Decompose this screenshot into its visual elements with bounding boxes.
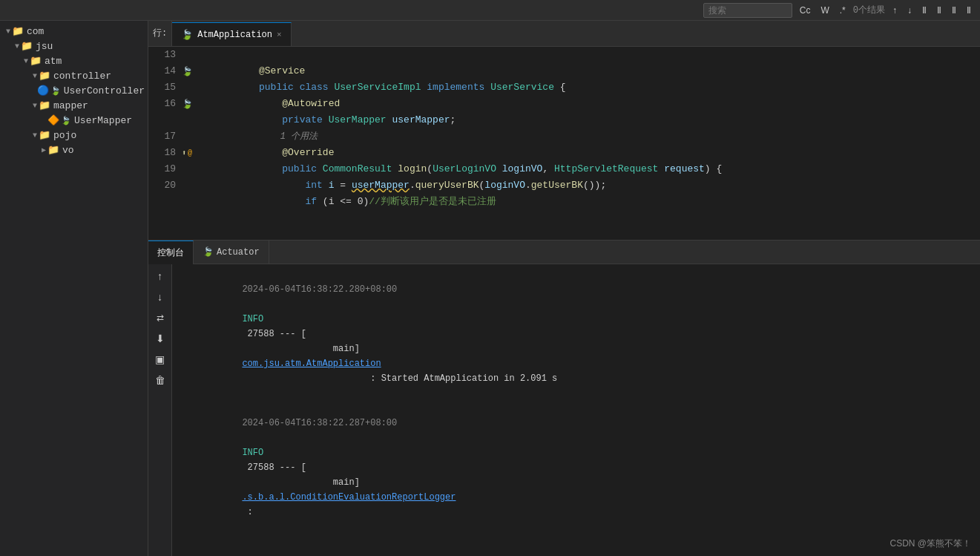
bottom-panel: 控制台 🍃 Actuator ↑ ↓ ⇄ ⬇ ▣ 🗑 xyxy=(148,240,980,556)
gutter-17 xyxy=(182,128,198,145)
top-toolbar: Cc W .* 0个结果 ↑ ↓ Ⅱ Ⅱ Ⅱ Ⅱ xyxy=(0,0,980,21)
tab-actuator[interactable]: 🍃 Actuator xyxy=(194,241,269,264)
log-line-blank xyxy=(178,534,974,549)
override-icon-18: ⬆ xyxy=(182,148,186,157)
expand-arrow-jsu: ▼ xyxy=(15,42,19,50)
line-numbers: 13 14 15 16 - 17 18 19 20 xyxy=(148,47,182,240)
folder-icon-mapper: 📁 xyxy=(39,99,50,111)
tree-label-usermapper: UserMapper xyxy=(74,115,132,126)
toggle-btn4[interactable]: Ⅱ xyxy=(964,4,974,17)
tree-item-vo[interactable]: ▶ 📁 vo xyxy=(0,143,148,157)
tree-item-pojo[interactable]: ▼ 📁 pojo xyxy=(0,128,148,143)
watermark-text: CSDN @笨熊不笨！ xyxy=(889,538,971,549)
download-btn[interactable]: ⬇ xyxy=(151,330,169,347)
log-line-error-msg: Error starting ApplicationContext. To di… xyxy=(178,549,974,556)
code-line-hint: 1 个用法 xyxy=(198,112,980,128)
code-line-19: int i = userMapper.queryUserBK(loginVO.g… xyxy=(198,161,980,177)
folder-icon-vo: 📁 xyxy=(47,144,59,156)
code-line-16: private UserMapper userMapper; xyxy=(198,96,980,112)
spring-gutter-icon-16: 🍃 xyxy=(182,99,193,110)
search-result-count: 0个结果 xyxy=(853,4,885,16)
tab-close-btn[interactable]: × xyxy=(277,30,282,39)
stop-btn[interactable]: ▣ xyxy=(151,350,169,368)
gutter-14: 🍃 xyxy=(182,63,198,79)
line-label: 行: xyxy=(153,27,167,39)
log-logger-2[interactable]: .s.b.a.l.ConditionEvaluationReportLogger xyxy=(242,492,456,503)
scroll-up-btn[interactable]: ↑ xyxy=(151,267,169,285)
prev-result-btn[interactable]: ↑ xyxy=(889,4,900,17)
tree-item-mapper[interactable]: ▼ 📁 mapper xyxy=(0,98,148,113)
actuator-icon: 🍃 xyxy=(203,246,214,258)
tree-item-atm[interactable]: ▼ 📁 atm xyxy=(0,53,148,68)
tree-item-controller[interactable]: ▼ 📁 controller xyxy=(0,68,148,83)
gutter: 🍃 🍃 ⬆ @ xyxy=(182,47,198,240)
search-bar: Cc W .* 0个结果 ↑ ↓ Ⅱ Ⅱ Ⅱ Ⅱ xyxy=(703,3,974,18)
gutter-19 xyxy=(182,161,198,177)
log-logger-1[interactable]: com.jsu.atm.AtmApplication xyxy=(242,359,381,369)
code-content: @Service public class UserServiceImpl im… xyxy=(198,47,980,240)
expand-arrow-usercontroller: ▶ xyxy=(31,86,36,95)
ln-18: 18 xyxy=(148,145,176,161)
tree-item-usermapper[interactable]: ▶ 🔶 🍃 UserMapper xyxy=(0,113,148,128)
folder-icon-atm: 📁 xyxy=(30,55,42,67)
gutter-16: 🍃 xyxy=(182,96,198,112)
tab-spring-icon: 🍃 xyxy=(181,29,193,41)
folder-icon-jsu: 📁 xyxy=(21,40,33,52)
panel-tabs: 控制台 🍃 Actuator xyxy=(148,241,980,264)
editor-tab-atmapplication[interactable]: 🍃 AtmApplication × xyxy=(172,22,291,46)
watermark: CSDN @笨熊不笨！ xyxy=(889,537,971,550)
gutter-18: ⬆ @ xyxy=(182,145,198,161)
code-editor: 13 14 15 16 - 17 18 19 20 🍃 🍃 xyxy=(148,47,980,240)
tab-console[interactable]: 控制台 xyxy=(148,241,194,264)
panel-body: ↑ ↓ ⇄ ⬇ ▣ 🗑 2024-06-04T16:38:22.280+08:0… xyxy=(148,264,980,556)
gutter-15 xyxy=(182,79,198,96)
search-input[interactable] xyxy=(703,3,792,18)
clear-btn[interactable]: 🗑 xyxy=(151,371,169,389)
code-line-13: @Service xyxy=(198,47,980,63)
ln-20: 20 xyxy=(148,177,176,194)
code-line-14: public class UserServiceImpl implements … xyxy=(198,63,980,79)
ln-16: 16 xyxy=(148,96,176,112)
tree-item-jsu[interactable]: ▼ 📁 jsu xyxy=(0,39,148,53)
tree-label-controller: controller xyxy=(53,71,111,82)
tree-item-com[interactable]: ▼ 📁 com xyxy=(0,24,148,39)
code-line-20: if (i <= 0)//判断该用户是否是未已注册 xyxy=(198,177,980,194)
log-line-2: 2024-06-04T16:38:22.287+08:00 INFO 27588… xyxy=(178,401,974,534)
log-level-1: INFO xyxy=(242,314,263,324)
regex-btn[interactable]: .* xyxy=(837,4,849,17)
toggle-btn2[interactable]: Ⅱ xyxy=(934,4,944,17)
case-sensitive-btn[interactable]: Cc xyxy=(797,4,814,17)
console-output: 2024-06-04T16:38:22.280+08:00 INFO 27588… xyxy=(172,264,980,556)
main-area: ▼ 📁 com ▼ 📁 jsu ▼ 📁 atm ▼ 📁 controller xyxy=(0,21,980,556)
toggle-btn3[interactable]: Ⅱ xyxy=(949,4,959,17)
word-btn[interactable]: W xyxy=(818,4,832,17)
code-line-17: @Override xyxy=(198,128,980,145)
ln-15: 15 xyxy=(148,79,176,96)
spring-gutter-icon-14: 🍃 xyxy=(182,66,193,77)
expand-arrow-pojo: ▼ xyxy=(33,131,37,140)
at-icon-18: @ xyxy=(188,149,192,157)
actuator-tab-label: Actuator xyxy=(217,247,260,258)
expand-arrow-atm: ▼ xyxy=(24,57,28,65)
code-line-18: public CommonResult login(UserLoginVO lo… xyxy=(198,145,980,161)
log-time-2: 2024-06-04T16:38:22.287+08:00 xyxy=(242,418,397,428)
ln-hint: - xyxy=(148,112,176,128)
expand-arrow-usermapper: ▶ xyxy=(42,116,46,125)
run-controls: ↑ ↓ ⇄ ⬇ ▣ 🗑 xyxy=(148,264,172,556)
folder-icon-com: 📁 xyxy=(12,25,24,37)
console-tab-label: 控制台 xyxy=(157,246,184,259)
folder-icon-controller: 📁 xyxy=(39,70,50,82)
tree-label-com: com xyxy=(27,26,44,37)
expand-arrow-mapper: ▼ xyxy=(33,102,37,110)
tree-item-usercontroller[interactable]: ▶ 🔵 🍃 UserController xyxy=(0,83,148,98)
tree-label-atm: atm xyxy=(45,56,62,67)
scroll-down-btn[interactable]: ↓ xyxy=(151,288,169,306)
wrap-btn[interactable]: ⇄ xyxy=(151,309,169,327)
right-panel: 行: 🍃 AtmApplication × 13 14 15 16 - 17 1… xyxy=(148,21,980,556)
expand-arrow-controller: ▼ xyxy=(33,72,37,80)
ln-14: 14 xyxy=(148,63,176,79)
next-result-btn[interactable]: ↓ xyxy=(904,4,915,17)
kw-if: if xyxy=(305,196,317,207)
ln-19: 19 xyxy=(148,161,176,177)
toggle-btn1[interactable]: Ⅱ xyxy=(919,4,930,17)
